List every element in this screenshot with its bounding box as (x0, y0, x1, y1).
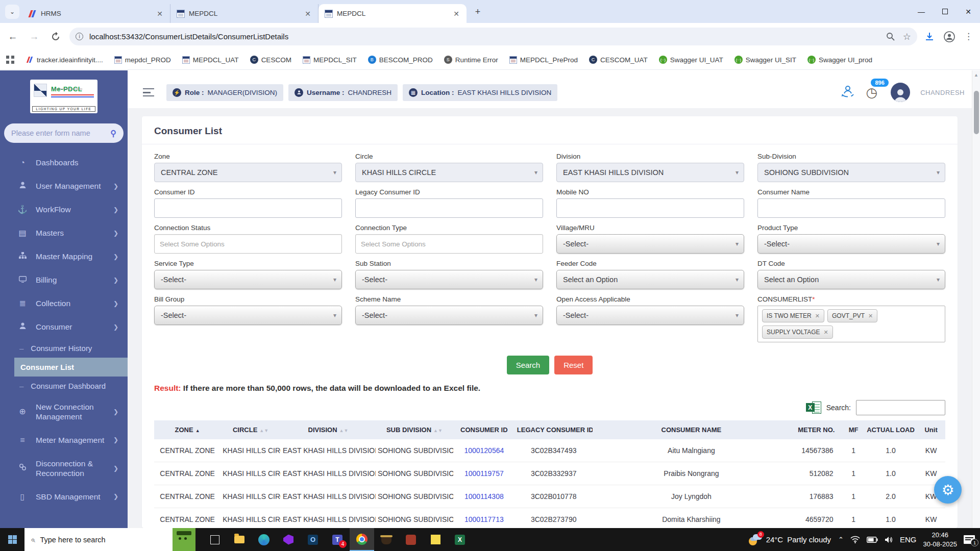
sidebar-item-consumer-list-active[interactable]: Consumer List (14, 358, 128, 377)
bookmark-item[interactable]: tracker.ideainfinityit.... (26, 56, 103, 64)
close-button[interactable]: ✕ (957, 0, 980, 23)
site-info-icon[interactable]: i (76, 33, 83, 40)
cauldron-app-button[interactable] (374, 528, 399, 551)
sidebar-item-consumer[interactable]: Consumer❯ (0, 315, 128, 339)
language-indicator[interactable]: ENG (900, 535, 917, 544)
apps-grid-icon[interactable] (6, 56, 14, 64)
visual-studio-button[interactable] (276, 528, 301, 551)
division-select[interactable]: EAST KHASI HILLS DIVISION (556, 163, 744, 182)
remove-tag-icon[interactable]: ✕ (868, 313, 873, 319)
feeder-code-select[interactable]: Select an Option (556, 270, 744, 289)
col-actual-load[interactable]: ACTUAL LOAD (865, 420, 917, 439)
bookmark-star-icon[interactable]: ☆ (903, 31, 911, 42)
reset-button[interactable]: Reset (554, 356, 593, 374)
taskbar-search[interactable]: ⌕ Type here to search (24, 528, 173, 551)
tab-close-icon[interactable]: ✕ (155, 9, 165, 19)
red-app-button[interactable] (399, 528, 423, 551)
scheme-name-select[interactable]: -Select- (355, 306, 543, 325)
pending-clock[interactable]: ◷ 896 (866, 85, 877, 101)
profile-icon[interactable] (944, 31, 955, 42)
tab-hrms[interactable]: HRMS ✕ (22, 4, 170, 23)
bookmark-item[interactable]: MEPDCL_SIT (303, 56, 357, 64)
back-icon[interactable]: ← (4, 28, 21, 45)
sidebar-item-disconnection-reconnection[interactable]: Disconnection & Reconnection❯ (0, 452, 128, 485)
bookmark-item[interactable]: MEPDCL_UAT (182, 56, 239, 64)
bookmark-item[interactable]: MEPDCL_PreProd (509, 56, 578, 64)
taskbar-clock[interactable]: 20:46 30-08-2025 (923, 531, 958, 548)
sidebar-item-sbd-management[interactable]: ▯SBD Management❯ (0, 485, 128, 509)
consumer-name-input[interactable] (757, 198, 945, 218)
chrome-button-active[interactable] (350, 528, 374, 551)
outlook-button[interactable]: O (301, 528, 325, 551)
consumer-id-link[interactable]: 1000119757 (453, 462, 515, 485)
bookmark-item[interactable]: mepdcl_PROD (114, 56, 171, 64)
remove-tag-icon[interactable]: ✕ (815, 313, 820, 319)
minimize-button[interactable]: — (910, 0, 933, 23)
table-search-input[interactable] (856, 400, 945, 415)
col-consumer-id[interactable]: CONSUMER ID (453, 420, 515, 439)
tab-list-button[interactable]: ⌄ (5, 5, 19, 19)
bookmark-item[interactable]: CCESCOM_UAT (589, 56, 648, 64)
sidebar-search-input[interactable] (11, 129, 110, 137)
taskbar-character-icon[interactable] (173, 528, 195, 551)
scroll-up-icon[interactable]: ▲ (972, 70, 980, 78)
sub-station-select[interactable]: -Select- (355, 270, 543, 289)
consumer-id-link[interactable]: 1000117713 (453, 508, 515, 529)
bill-group-select[interactable]: -Select- (154, 306, 342, 325)
page-scrollbar[interactable]: ▲ (972, 70, 980, 528)
tab-close-icon[interactable]: ✕ (451, 9, 461, 19)
col-zone[interactable]: ZONE▲ (154, 420, 220, 439)
connection-type-multiselect[interactable]: Select Some Options (355, 234, 543, 254)
consumer-id-link[interactable]: 1000120564 (453, 439, 515, 462)
scrollbar-thumb[interactable] (974, 91, 979, 134)
sidebar-item-master-mapping[interactable]: Master Mapping❯ (0, 245, 128, 268)
start-button[interactable] (0, 528, 24, 551)
col-mf[interactable]: MF (842, 420, 864, 439)
bookmark-item[interactable]: {··}Swagger UI_SIT (734, 56, 796, 64)
support-agent-icon[interactable] (840, 84, 855, 101)
file-explorer-button[interactable] (227, 528, 252, 551)
download-icon[interactable] (924, 32, 935, 42)
url-text[interactable]: localhost:53432/ConsumerListDetails/Cons… (89, 32, 886, 41)
excel-export-icon[interactable]: X (806, 400, 821, 415)
search-button[interactable]: Search (507, 356, 550, 374)
reload-icon[interactable] (47, 28, 64, 45)
zoom-icon[interactable] (886, 32, 895, 41)
circle-select[interactable]: KHASI HILLS CIRCLE (355, 163, 543, 182)
bookmark-item[interactable]: {··}Swagger UI_prod (807, 56, 872, 64)
legacy-consumer-id-input[interactable] (355, 198, 543, 218)
connection-status-multiselect[interactable]: Select Some Options (154, 234, 342, 254)
col-consumer-name[interactable]: CONSUMER NAME (593, 420, 791, 439)
col-legacy-consumer-id[interactable]: LEGACY CONSUMER ID (515, 420, 593, 439)
sidebar-item-dashboards[interactable]: ◔Dashboards (0, 151, 128, 174)
sub-division-select[interactable]: SOHIONG SUBDIVISION (757, 163, 945, 182)
maximize-button[interactable] (933, 0, 957, 23)
edge-button[interactable] (252, 528, 276, 551)
weather-widget[interactable]: 8 24°C Partly cloudy (748, 534, 831, 545)
tag-chip[interactable]: GOVT_PVT✕ (827, 309, 877, 322)
sidebar-item-new-connection-management[interactable]: ⊕New Connection Management❯ (0, 395, 128, 429)
col-circle[interactable]: CIRCLE▲▼ (220, 420, 281, 439)
remove-tag-icon[interactable]: ✕ (823, 329, 828, 336)
tab-mepdcl-1[interactable]: MEPDCL ✕ (170, 4, 318, 23)
dt-code-select[interactable]: Select an Option (757, 270, 945, 289)
tab-mepdcl-2-active[interactable]: MEPDCL ✕ (318, 4, 467, 23)
consumerlist-multiselect[interactable]: IS TWO METER✕ GOVT_PVT✕ SUPPLY VOLTAGE✕ (757, 306, 945, 342)
consumer-id-input[interactable] (154, 198, 342, 218)
address-bar[interactable]: i localhost:53432/ConsumerListDetails/Co… (69, 28, 917, 45)
sidebar-item-user-management[interactable]: User Management❯ (0, 174, 128, 198)
sidebar-item-masters[interactable]: ▤Masters❯ (0, 221, 128, 245)
avatar[interactable] (891, 83, 910, 102)
sticky-notes-button[interactable] (423, 528, 448, 551)
new-tab-button[interactable]: + (471, 5, 485, 19)
menu-kebab-icon[interactable]: ⋮ (964, 31, 973, 42)
hamburger-menu-icon[interactable] (143, 88, 154, 96)
teams-button[interactable]: T4 (325, 528, 350, 551)
action-center-icon[interactable]: 1 (964, 535, 975, 544)
sidebar-item-meter-management[interactable]: ≡Meter Management❯ (0, 429, 128, 452)
wifi-icon[interactable] (850, 536, 860, 543)
sidebar-item-consumer-dashboard[interactable]: –Consumer Dashboard (0, 377, 128, 395)
bookmark-item[interactable]: {··}Swagger UI_UAT (659, 56, 723, 64)
tray-expand-icon[interactable]: ⌃ (838, 536, 844, 543)
zone-select[interactable]: CENTRAL ZONE (154, 163, 342, 182)
